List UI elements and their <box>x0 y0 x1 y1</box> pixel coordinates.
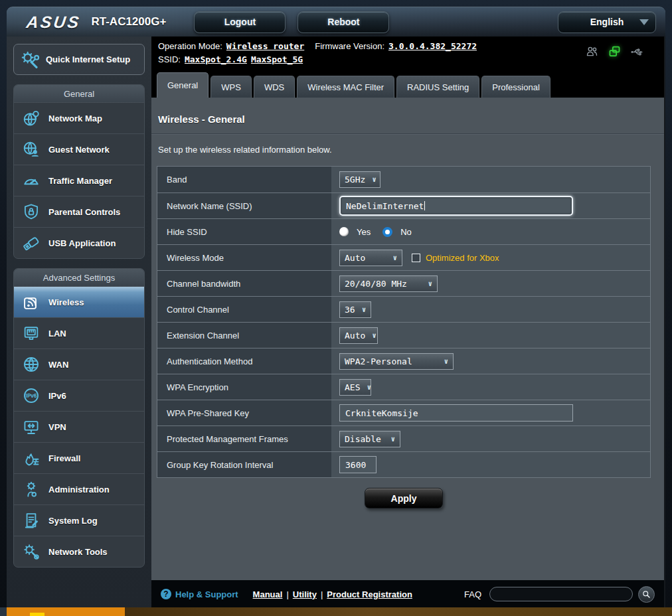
sidebar-item-guest-network[interactable]: Guest Network <box>14 133 144 165</box>
band-select[interactable]: 5GHz∨ <box>339 171 380 188</box>
sidebar-item-wireless[interactable]: Wireless <box>14 286 144 317</box>
select-value: AES <box>345 382 360 392</box>
vpn-icon <box>22 418 41 436</box>
svg-text:IPv6: IPv6 <box>26 393 37 399</box>
product-registration-link[interactable]: Product Registration <box>327 589 412 599</box>
network-status-icon[interactable] <box>608 44 622 58</box>
form-row-wpa-encryption: WPA EncryptionAES∨ <box>157 374 650 400</box>
sidebar-item-label: Guest Network <box>48 145 110 155</box>
form-row-network-name-ssid: Network Name (SSID)NeDelimInternet <box>157 193 650 218</box>
wan-icon <box>22 355 41 374</box>
language-dropdown[interactable]: English <box>558 11 656 33</box>
logout-button[interactable]: Logout <box>194 11 286 33</box>
group-key-rotation-interval-input[interactable]: 3600 <box>339 456 377 473</box>
select-value: WPA2-Personal <box>345 356 412 366</box>
firmware-version-link[interactable]: 3.0.0.4.382_52272 <box>388 41 477 51</box>
checkbox-label: Optimized for Xbox <box>426 253 499 263</box>
sidebar-item-administration[interactable]: Administration <box>14 473 144 504</box>
info-bar: Operation Mode: Wireless router Firmware… <box>151 37 664 71</box>
chevron-down-icon: ∨ <box>372 175 377 184</box>
sidebar-item-lan[interactable]: LAN <box>14 317 144 348</box>
field-label: Network Name (SSID) <box>167 201 252 211</box>
sidebar-item-network-map[interactable]: Network Map <box>14 102 144 133</box>
faq-search-button[interactable] <box>638 586 655 603</box>
router-admin-window: ASUS RT-AC1200G+ Logout Reboot English Q… <box>7 7 665 607</box>
language-value: English <box>590 17 624 27</box>
sidebar-item-ipv6[interactable]: IPv6IPv6 <box>14 380 144 411</box>
utility-link[interactable]: Utility <box>293 589 317 599</box>
field-label: Authentication Method <box>167 356 252 366</box>
sidebar-item-system-log[interactable]: System Log <box>14 504 144 536</box>
chevron-down-icon: ∨ <box>362 305 367 314</box>
sidebar-item-label: Parental Controls <box>48 207 120 217</box>
select-value: 20/40/80 MHz <box>345 279 407 289</box>
faq-search-input[interactable] <box>489 587 633 601</box>
sidebar-item-vpn[interactable]: VPN <box>14 411 144 442</box>
authentication-method-select[interactable]: WPA2-Personal∨ <box>339 353 454 370</box>
page-title: Wireless - General <box>158 114 651 125</box>
firewall-icon <box>22 449 41 467</box>
network-name-ssid-input[interactable]: NeDelimInternet <box>339 196 573 216</box>
administration-icon <box>22 480 41 499</box>
field-label: Extension Channel <box>167 331 239 341</box>
field-label: Group Key Rotation Interval <box>167 460 273 470</box>
wireless-icon <box>22 293 41 311</box>
sidebar-item-label: Wireless <box>48 297 84 307</box>
hide-ssid-radio-no[interactable] <box>382 227 392 237</box>
tab-wds[interactable]: WDS <box>254 76 295 98</box>
sidebar-group-general: GeneralNetwork MapGuest NetworkTraffic M… <box>13 84 145 259</box>
top-header-bar: ASUS RT-AC1200G+ Logout Reboot English <box>7 7 665 37</box>
sidebar-item-label: Firewall <box>48 453 80 463</box>
hide-ssid-radio-yes[interactable] <box>339 227 349 236</box>
help-support-link[interactable]: Help & Support <box>175 589 238 599</box>
tab-professional[interactable]: Professional <box>481 76 550 98</box>
optimized-for-xbox-checkbox[interactable] <box>412 254 420 262</box>
sidebar-item-wan[interactable]: WAN <box>14 348 144 380</box>
usb-icon[interactable] <box>630 44 644 58</box>
reboot-button[interactable]: Reboot <box>297 11 389 33</box>
parental-controls-icon <box>22 202 41 221</box>
operation-mode-link[interactable]: Wireless router <box>226 41 304 51</box>
sidebar-item-network-tools[interactable]: Network Tools <box>14 536 144 567</box>
footer-bar: ? Help & Support Manual|Utility|Product … <box>151 580 664 607</box>
clients-icon[interactable] <box>585 44 599 58</box>
sidebar-item-traffic-manager[interactable]: Traffic Manager <box>14 165 144 196</box>
apply-button[interactable]: Apply <box>365 488 443 508</box>
form-row-wpa-pre-shared-key: WPA Pre-Shared KeyCrkniteKomsije <box>157 400 650 425</box>
sidebar-item-label: LAN <box>48 329 66 339</box>
channel-bandwidth-select[interactable]: 20/40/80 MHz∨ <box>339 275 438 292</box>
operation-mode-label: Operation Mode: <box>158 41 222 51</box>
firmware-label: Firmware Version: <box>315 41 384 51</box>
extension-channel-select[interactable]: Auto∨ <box>339 327 378 344</box>
radio-label: Yes <box>357 227 371 237</box>
ssid-5g-link[interactable]: MaxSpot_5G <box>251 54 303 64</box>
protected-management-frames-select[interactable]: Disable∨ <box>339 431 400 447</box>
sidebar-group-title: General <box>14 85 144 102</box>
sidebar-item-label: IPv6 <box>48 391 66 401</box>
sidebar-item-quick-internet-setup[interactable]: Quick Internet Setup <box>13 44 145 75</box>
sidebar-group-title: Advanced Settings <box>14 269 144 286</box>
sidebar-item-firewall[interactable]: Firewall <box>14 442 144 473</box>
tab-wireless-mac-filter[interactable]: Wireless MAC Filter <box>297 76 394 98</box>
sidebar-item-usb-application[interactable]: USB Application <box>14 227 144 258</box>
form-row-band: Band5GHz∨ <box>157 167 650 193</box>
lan-icon <box>22 324 41 343</box>
ssid-24g-link[interactable]: MaxSpot_2.4G <box>185 54 247 64</box>
control-channel-select[interactable]: 36∨ <box>339 301 371 318</box>
tab-radius-setting[interactable]: RADIUS Setting <box>396 76 479 98</box>
wireless-mode-select[interactable]: Auto∨ <box>339 250 402 266</box>
wpa-pre-shared-key-input[interactable]: CrkniteKomsije <box>339 404 573 422</box>
wpa-encryption-select[interactable]: AES∨ <box>339 379 371 396</box>
field-label: WPA Encryption <box>167 382 228 392</box>
form-row-hide-ssid: Hide SSIDYesNo <box>157 218 650 244</box>
page-description: Set up the wireless related information … <box>158 145 651 155</box>
chevron-down-icon: ∨ <box>428 279 432 288</box>
manual-link[interactable]: Manual <box>253 589 283 599</box>
system-log-icon <box>22 511 41 530</box>
sidebar-item-parental-controls[interactable]: Parental Controls <box>14 196 144 227</box>
tab-wps[interactable]: WPS <box>210 76 252 98</box>
network-tools-icon <box>22 542 41 561</box>
chevron-down-icon: ∨ <box>372 331 377 340</box>
tab-general[interactable]: General <box>157 72 209 98</box>
search-icon <box>641 589 651 599</box>
